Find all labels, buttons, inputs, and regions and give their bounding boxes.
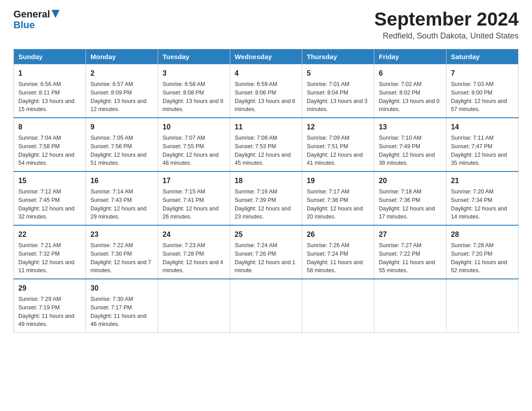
- calendar-header-row: Sunday Monday Tuesday Wednesday Thursday…: [14, 49, 519, 64]
- day-info: Sunrise: 7:02 AMSunset: 8:02 PMDaylight:…: [379, 81, 440, 112]
- svg-marker-0: [51, 10, 60, 18]
- day-number: 8: [18, 122, 81, 133]
- day-number: 16: [90, 176, 153, 186]
- table-row: 7 Sunrise: 7:03 AMSunset: 8:00 PMDayligh…: [446, 64, 519, 118]
- table-row: 16 Sunrise: 7:14 AMSunset: 7:43 PMDaylig…: [86, 171, 158, 225]
- table-row: 10 Sunrise: 7:07 AMSunset: 7:55 PMDaylig…: [158, 118, 230, 171]
- title-area: September 2024 Redfield, South Dakota, U…: [374, 9, 519, 41]
- table-row: 19 Sunrise: 7:17 AMSunset: 7:38 PMDaylig…: [302, 171, 374, 225]
- day-info: Sunrise: 7:29 AMSunset: 7:19 PMDaylight:…: [18, 296, 74, 327]
- col-sunday: Sunday: [14, 49, 86, 64]
- table-row: [158, 279, 230, 333]
- day-number: 15: [18, 176, 81, 186]
- header: General Blue September 2024 Redfield, So…: [13, 9, 519, 41]
- calendar-week-row: 29 Sunrise: 7:29 AMSunset: 7:19 PMDaylig…: [14, 279, 519, 333]
- table-row: 14 Sunrise: 7:11 AMSunset: 7:47 PMDaylig…: [446, 118, 519, 171]
- table-row: 20 Sunrise: 7:18 AMSunset: 7:36 PMDaylig…: [374, 171, 446, 225]
- calendar-week-row: 15 Sunrise: 7:12 AMSunset: 7:45 PMDaylig…: [14, 171, 519, 225]
- day-number: 6: [379, 68, 442, 79]
- day-info: Sunrise: 7:26 AMSunset: 7:24 PMDaylight:…: [307, 242, 363, 274]
- col-monday: Monday: [86, 49, 158, 64]
- table-row: [230, 279, 302, 333]
- day-number: 4: [235, 68, 297, 79]
- day-number: 30: [90, 283, 153, 294]
- table-row: 23 Sunrise: 7:22 AMSunset: 7:30 PMDaylig…: [86, 225, 158, 279]
- table-row: [302, 279, 374, 333]
- day-info: Sunrise: 7:22 AMSunset: 7:30 PMDaylight:…: [90, 242, 151, 274]
- day-number: 28: [451, 229, 514, 240]
- table-row: 9 Sunrise: 7:05 AMSunset: 7:56 PMDayligh…: [86, 118, 158, 171]
- day-info: Sunrise: 7:18 AMSunset: 7:36 PMDaylight:…: [379, 188, 435, 220]
- day-info: Sunrise: 6:56 AMSunset: 8:11 PMDaylight:…: [18, 81, 74, 112]
- day-info: Sunrise: 7:01 AMSunset: 8:04 PMDaylight:…: [307, 81, 368, 112]
- day-number: 12: [307, 122, 369, 133]
- table-row: 21 Sunrise: 7:20 AMSunset: 7:34 PMDaylig…: [446, 171, 519, 225]
- table-row: 8 Sunrise: 7:04 AMSunset: 7:58 PMDayligh…: [14, 118, 86, 171]
- col-friday: Friday: [374, 49, 446, 64]
- day-number: 25: [235, 229, 297, 240]
- day-number: 10: [163, 122, 225, 133]
- table-row: [374, 279, 446, 333]
- day-info: Sunrise: 7:30 AMSunset: 7:17 PMDaylight:…: [90, 296, 146, 327]
- day-info: Sunrise: 7:14 AMSunset: 7:43 PMDaylight:…: [90, 188, 146, 220]
- col-tuesday: Tuesday: [158, 49, 230, 64]
- day-info: Sunrise: 7:23 AMSunset: 7:28 PMDaylight:…: [163, 242, 223, 274]
- table-row: 12 Sunrise: 7:09 AMSunset: 7:51 PMDaylig…: [302, 118, 374, 171]
- day-number: 19: [307, 176, 369, 186]
- table-row: [446, 279, 519, 333]
- day-number: 9: [90, 122, 153, 133]
- table-row: 28 Sunrise: 7:28 AMSunset: 7:20 PMDaylig…: [446, 225, 519, 279]
- calendar-week-row: 1 Sunrise: 6:56 AMSunset: 8:11 PMDayligh…: [14, 64, 519, 118]
- table-row: 26 Sunrise: 7:26 AMSunset: 7:24 PMDaylig…: [302, 225, 374, 279]
- day-number: 20: [379, 176, 442, 186]
- table-row: 3 Sunrise: 6:58 AMSunset: 8:08 PMDayligh…: [158, 64, 230, 118]
- calendar-week-row: 22 Sunrise: 7:21 AMSunset: 7:32 PMDaylig…: [14, 225, 519, 279]
- day-info: Sunrise: 7:20 AMSunset: 7:34 PMDaylight:…: [451, 188, 507, 220]
- day-number: 3: [163, 68, 225, 79]
- table-row: 4 Sunrise: 6:59 AMSunset: 8:06 PMDayligh…: [230, 64, 302, 118]
- day-info: Sunrise: 7:12 AMSunset: 7:45 PMDaylight:…: [18, 188, 74, 220]
- col-saturday: Saturday: [446, 49, 519, 64]
- day-info: Sunrise: 7:27 AMSunset: 7:22 PMDaylight:…: [379, 242, 435, 274]
- day-info: Sunrise: 7:07 AMSunset: 7:55 PMDaylight:…: [163, 135, 219, 166]
- table-row: 18 Sunrise: 7:16 AMSunset: 7:39 PMDaylig…: [230, 171, 302, 225]
- day-info: Sunrise: 7:03 AMSunset: 8:00 PMDaylight:…: [451, 81, 507, 112]
- table-row: 24 Sunrise: 7:23 AMSunset: 7:28 PMDaylig…: [158, 225, 230, 279]
- calendar-week-row: 8 Sunrise: 7:04 AMSunset: 7:58 PMDayligh…: [14, 118, 519, 171]
- day-number: 26: [307, 229, 369, 240]
- table-row: 6 Sunrise: 7:02 AMSunset: 8:02 PMDayligh…: [374, 64, 446, 118]
- day-info: Sunrise: 7:11 AMSunset: 7:47 PMDaylight:…: [451, 135, 507, 166]
- day-info: Sunrise: 6:58 AMSunset: 8:08 PMDaylight:…: [163, 81, 223, 112]
- table-row: 15 Sunrise: 7:12 AMSunset: 7:45 PMDaylig…: [14, 171, 86, 225]
- table-row: 5 Sunrise: 7:01 AMSunset: 8:04 PMDayligh…: [302, 64, 374, 118]
- table-row: 22 Sunrise: 7:21 AMSunset: 7:32 PMDaylig…: [14, 225, 86, 279]
- table-row: 17 Sunrise: 7:15 AMSunset: 7:41 PMDaylig…: [158, 171, 230, 225]
- day-number: 29: [18, 283, 81, 294]
- table-row: 29 Sunrise: 7:29 AMSunset: 7:19 PMDaylig…: [14, 279, 86, 333]
- col-wednesday: Wednesday: [230, 49, 302, 64]
- day-info: Sunrise: 7:08 AMSunset: 7:53 PMDaylight:…: [235, 135, 291, 166]
- logo-blue-text: Blue: [13, 20, 60, 30]
- day-number: 7: [451, 68, 514, 79]
- day-number: 22: [18, 229, 81, 240]
- day-number: 23: [90, 229, 153, 240]
- day-info: Sunrise: 7:04 AMSunset: 7:58 PMDaylight:…: [18, 135, 74, 166]
- table-row: 2 Sunrise: 6:57 AMSunset: 8:09 PMDayligh…: [86, 64, 158, 118]
- table-row: 30 Sunrise: 7:30 AMSunset: 7:17 PMDaylig…: [86, 279, 158, 333]
- logo-general-text: General: [13, 9, 50, 20]
- calendar-table: Sunday Monday Tuesday Wednesday Thursday…: [13, 49, 519, 333]
- day-info: Sunrise: 7:16 AMSunset: 7:39 PMDaylight:…: [235, 188, 291, 220]
- day-number: 18: [235, 176, 297, 186]
- day-info: Sunrise: 7:10 AMSunset: 7:49 PMDaylight:…: [379, 135, 435, 166]
- table-row: 11 Sunrise: 7:08 AMSunset: 7:53 PMDaylig…: [230, 118, 302, 171]
- col-thursday: Thursday: [302, 49, 374, 64]
- day-info: Sunrise: 7:24 AMSunset: 7:26 PMDaylight:…: [235, 242, 296, 274]
- logo: General Blue: [13, 9, 60, 30]
- day-number: 21: [451, 176, 514, 186]
- day-info: Sunrise: 7:05 AMSunset: 7:56 PMDaylight:…: [90, 135, 146, 166]
- day-number: 11: [235, 122, 297, 133]
- logo-triangle-icon: [51, 10, 60, 18]
- month-year-title: September 2024: [374, 9, 519, 30]
- day-info: Sunrise: 7:09 AMSunset: 7:51 PMDaylight:…: [307, 135, 363, 166]
- day-number: 27: [379, 229, 442, 240]
